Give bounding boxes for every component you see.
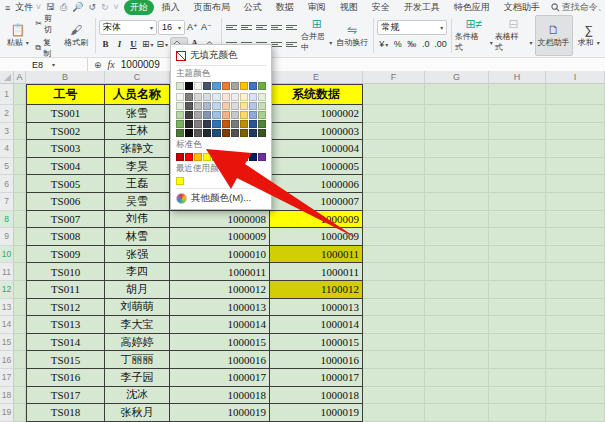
theme-color-swatch[interactable] (176, 82, 184, 90)
theme-color-swatch[interactable] (194, 102, 202, 110)
theme-color-swatch[interactable] (176, 129, 184, 137)
cell-E18[interactable]: 1000018 (270, 387, 363, 405)
cell-A11[interactable] (14, 263, 26, 281)
cell-I15[interactable] (546, 334, 605, 352)
cell-G13[interactable] (425, 299, 489, 317)
cell-G16[interactable] (425, 351, 489, 369)
increase-decimal-icon[interactable]: .0 (419, 37, 432, 52)
cell-D9[interactable]: 1000009 (170, 228, 270, 246)
theme-color-swatch[interactable] (231, 129, 239, 137)
cell-I17[interactable] (546, 369, 605, 387)
cell-D13[interactable]: 1000013 (170, 299, 270, 317)
align-icon[interactable] (270, 20, 284, 35)
cell-E4[interactable]: 1000004 (270, 140, 363, 158)
cell-F14[interactable] (363, 316, 425, 334)
theme-color-swatch[interactable] (212, 120, 220, 128)
cell-E5[interactable]: 1000005 (270, 158, 363, 176)
cell-G2[interactable] (425, 105, 489, 123)
row-header-10[interactable]: 10 (0, 246, 14, 264)
cell-D10[interactable]: 1000010 (170, 246, 270, 264)
cell-F2[interactable] (363, 105, 425, 123)
cell-I10[interactable] (546, 246, 605, 264)
standard-color-swatch[interactable] (212, 153, 220, 161)
cell-F19[interactable] (363, 404, 425, 422)
row-header-9[interactable]: 9 (0, 228, 14, 246)
tab-视图[interactable]: 视图 (334, 0, 364, 15)
cell-A16[interactable] (14, 351, 26, 369)
align-icon[interactable] (255, 20, 269, 35)
cell-I13[interactable] (546, 299, 605, 317)
cell-C4[interactable]: 张静文 (105, 140, 170, 158)
customize-toolbar-icon[interactable]: ˅ (114, 2, 119, 13)
cell-C13[interactable]: 刘萌萌 (105, 299, 170, 317)
cell-G14[interactable] (425, 316, 489, 334)
theme-color-swatch[interactable] (203, 111, 211, 119)
cell-C18[interactable]: 沈冰 (105, 387, 170, 405)
row-header-7[interactable]: 7 (0, 193, 14, 211)
cell-E12[interactable]: 1100012 (270, 281, 363, 299)
cell-B14[interactable]: TS013 (26, 316, 105, 334)
cell-H15[interactable] (489, 334, 546, 352)
select-all-corner[interactable] (0, 71, 14, 84)
tab-数据[interactable]: 数据 (270, 0, 300, 15)
cell-A13[interactable] (14, 299, 26, 317)
cell-I11[interactable] (546, 263, 605, 281)
currency-format-icon[interactable]: ¥▾ (377, 37, 390, 52)
cell-B9[interactable]: TS008 (26, 228, 105, 246)
cell-E10[interactable]: 1000011 (270, 246, 363, 264)
theme-color-swatch[interactable] (203, 102, 211, 110)
row-header-12[interactable]: 12 (0, 281, 14, 299)
cell-C12[interactable]: 胡月 (105, 281, 170, 299)
cell-D11[interactable]: 1000011 (170, 263, 270, 281)
cell-I4[interactable] (546, 140, 605, 158)
cell-I5[interactable] (546, 158, 605, 176)
theme-color-swatch[interactable] (231, 102, 239, 110)
cell-A17[interactable] (14, 369, 26, 387)
merge-center-button[interactable]: ⊞ 合并居中▾ (301, 15, 332, 56)
cell-E3[interactable]: 1000003 (270, 123, 363, 141)
theme-color-swatch[interactable] (249, 82, 257, 90)
theme-color-swatch[interactable] (185, 93, 193, 101)
cell-G4[interactable] (425, 140, 489, 158)
theme-color-swatch[interactable] (249, 129, 257, 137)
align-icon[interactable] (225, 20, 239, 35)
cell-G17[interactable] (425, 369, 489, 387)
no-fill-option[interactable]: 无填充颜色 (176, 48, 266, 63)
format-painter-button[interactable]: 🖌 格式刷 (61, 15, 92, 56)
decrease-font-icon[interactable]: A⁻ (200, 20, 213, 35)
standard-color-swatch[interactable] (194, 153, 202, 161)
tab-安全[interactable]: 安全 (366, 0, 396, 15)
cell-E15[interactable]: 1000015 (270, 334, 363, 352)
cell-F4[interactable] (363, 140, 425, 158)
theme-color-swatch[interactable] (258, 120, 266, 128)
redo-icon[interactable]: ↻ (101, 2, 109, 13)
cell-F5[interactable] (363, 158, 425, 176)
cell-A14[interactable] (14, 316, 26, 334)
cell-B4[interactable]: TS003 (26, 140, 105, 158)
row-header-18[interactable]: 18 (0, 387, 14, 405)
number-format-select[interactable]: 常规▾ (377, 20, 447, 35)
cell-A2[interactable] (14, 105, 26, 123)
row-header-8[interactable]: 8 (0, 211, 14, 229)
cell-B2[interactable]: TS001 (26, 105, 105, 123)
decrease-decimal-icon[interactable]: .00 (433, 37, 448, 52)
cell-B19[interactable]: TS018 (26, 404, 105, 422)
cell-H6[interactable] (489, 175, 546, 193)
standard-color-swatch[interactable] (231, 153, 239, 161)
cell-H2[interactable] (489, 105, 546, 123)
cell-H12[interactable] (489, 281, 546, 299)
cell-B15[interactable]: TS014 (26, 334, 105, 352)
cell-H13[interactable] (489, 299, 546, 317)
cell-C14[interactable]: 李大宝 (105, 316, 170, 334)
theme-color-swatch[interactable] (258, 93, 266, 101)
cell-F15[interactable] (363, 334, 425, 352)
col-header-A[interactable]: A (14, 71, 26, 84)
theme-color-swatch[interactable] (176, 111, 184, 119)
standard-color-swatch[interactable] (240, 153, 248, 161)
cell-D15[interactable]: 1000015 (170, 334, 270, 352)
cell-A9[interactable] (14, 228, 26, 246)
cell-B8[interactable]: TS007 (26, 211, 105, 229)
cell-B10[interactable]: TS009 (26, 246, 105, 264)
row-header-15[interactable]: 15 (0, 334, 14, 352)
theme-color-swatch[interactable] (240, 129, 248, 137)
